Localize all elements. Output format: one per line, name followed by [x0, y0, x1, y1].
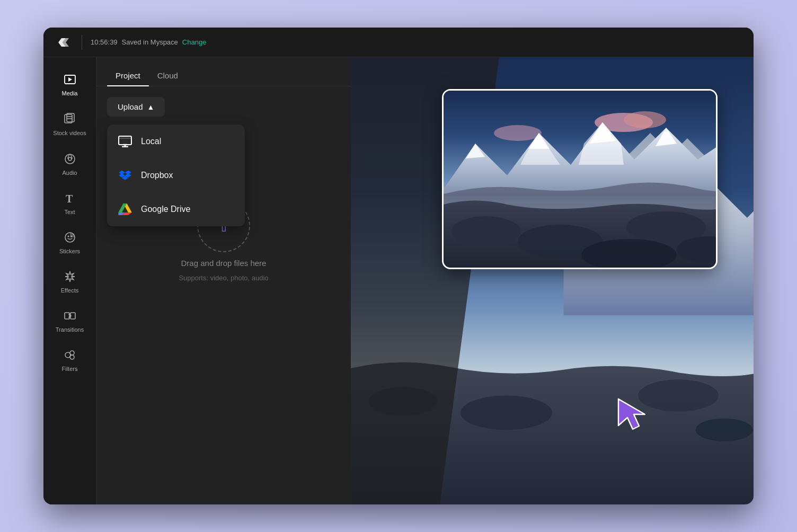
dropdown-gdrive-label: Google Drive [141, 205, 190, 214]
svg-rect-18 [119, 136, 131, 145]
svg-marker-29 [118, 203, 127, 212]
sidebar-label-audio: Audio [62, 170, 77, 176]
upload-button[interactable]: Upload ▲ [107, 97, 165, 117]
drop-zone-text: Drag and drop files here [181, 259, 267, 268]
svg-point-39 [624, 111, 666, 128]
panel-tabs: Project Cloud [96, 57, 351, 86]
dropdown-local-label: Local [141, 137, 161, 146]
sidebar-label-filters: Filters [62, 366, 78, 372]
sidebar-label-transitions: Transitions [56, 326, 84, 333]
sidebar-item-media[interactable]: Media [49, 66, 91, 103]
sidebar-item-audio[interactable]: Audio [49, 145, 91, 182]
audio-icon [63, 152, 77, 166]
tab-project[interactable]: Project [107, 66, 149, 86]
sidebar-label-stock-videos: Stock videos [53, 129, 86, 137]
upload-label: Upload [118, 102, 143, 111]
stock-videos-icon [63, 111, 77, 126]
upload-dropdown: Local Dropbox [107, 125, 245, 226]
header-change-link[interactable]: Change [182, 38, 207, 46]
sidebar-item-stock-videos[interactable]: Stock videos [49, 105, 91, 143]
sidebar-label-media: Media [62, 90, 78, 96]
svg-point-8 [68, 157, 72, 161]
sidebar-label-effects: Effects [61, 287, 78, 294]
transitions-icon [63, 308, 77, 323]
app-logo [54, 33, 73, 52]
app-window: 10:56:39 Saved in Myspace Change Media [43, 28, 754, 504]
effects-icon [63, 269, 77, 284]
sidebar-item-stickers[interactable]: Stickers [49, 224, 91, 261]
app-header: 10:56:39 Saved in Myspace Change [43, 28, 754, 57]
svg-marker-2 [68, 77, 72, 82]
header-divider [82, 35, 82, 50]
header-time: 10:56:39 [91, 38, 118, 46]
dropdown-item-google-drive[interactable]: Google Drive [107, 192, 245, 226]
text-icon: T [63, 191, 77, 206]
chevron-up-icon: ▲ [147, 103, 155, 111]
svg-rect-13 [65, 313, 69, 319]
svg-point-41 [451, 216, 520, 246]
sidebar-label-stickers: Stickers [59, 248, 80, 254]
svg-point-16 [70, 351, 74, 355]
monitor-icon [118, 134, 132, 149]
cursor-arrow-icon [616, 396, 658, 436]
main-content: Media Stock videos [43, 57, 754, 504]
svg-point-34 [461, 395, 552, 430]
player-area: Player [351, 57, 754, 504]
sidebar-item-effects[interactable]: Effects [49, 263, 91, 300]
stickers-icon [63, 230, 77, 245]
panel-body: Upload ▲ [96, 86, 351, 504]
sidebar-item-filters[interactable]: Filters [49, 341, 91, 378]
svg-text:T: T [66, 193, 73, 205]
header-info: 10:56:39 Saved in Myspace Change [91, 38, 206, 46]
sidebar-item-text[interactable]: T Text [49, 184, 91, 221]
sidebar-label-text: Text [64, 209, 75, 215]
tab-cloud[interactable]: Cloud [149, 66, 187, 86]
dropdown-dropbox-label: Dropbox [141, 171, 173, 180]
sidebar: Media Stock videos [43, 57, 96, 504]
media-panel: Project Cloud Upload ▲ [96, 57, 351, 504]
svg-point-36 [696, 419, 753, 441]
sidebar-item-transitions[interactable]: Transitions [49, 302, 91, 339]
drop-zone-subtext: Supports: video, photo, audio [179, 274, 268, 282]
media-icon [63, 72, 77, 87]
svg-point-40 [494, 125, 542, 141]
svg-point-11 [67, 236, 69, 237]
svg-point-12 [70, 236, 72, 237]
gdrive-icon [118, 202, 132, 217]
dropdown-item-local[interactable]: Local [107, 125, 245, 158]
svg-point-17 [70, 355, 74, 359]
preview-card [442, 89, 718, 269]
dropbox-icon [118, 168, 132, 183]
svg-rect-19 [119, 138, 131, 139]
svg-point-7 [65, 154, 75, 164]
dropdown-item-dropbox[interactable]: Dropbox [107, 158, 245, 192]
filters-icon [63, 348, 77, 362]
header-save-status: Saved in Myspace [122, 38, 178, 46]
